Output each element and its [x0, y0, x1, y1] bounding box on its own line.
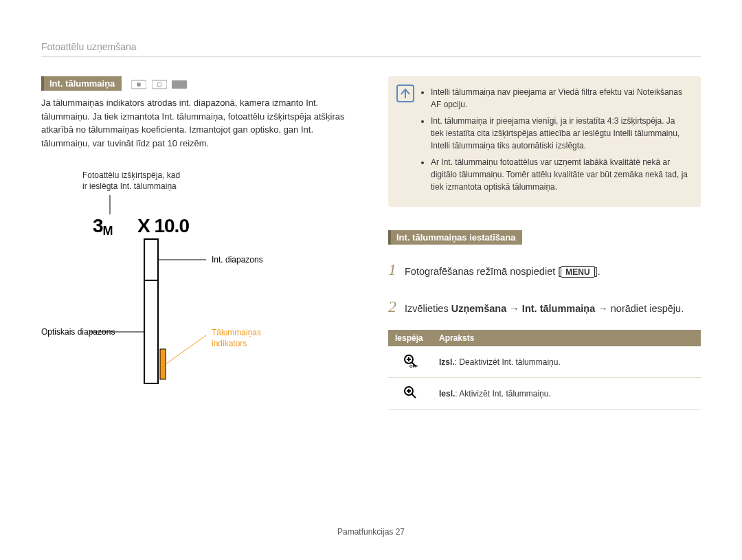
option-on-desc: Iesl.: Aktivizēt Int. tālummaiņu.	[432, 378, 701, 410]
step-number: 2	[388, 294, 405, 319]
table-row: Iesl.: Aktivizēt Int. tālummaiņu.	[388, 378, 701, 410]
step-1-body: Fotografēšanas režīmā nospiediet [MENU].	[405, 265, 600, 280]
svg-line-11	[166, 335, 206, 364]
int-zoom-badge: Int. tālummaiņa	[41, 76, 122, 91]
svg-rect-6	[144, 239, 158, 383]
step-2: 2 Izvēlieties Uzņemšana → Int. tālummaiņ…	[388, 294, 701, 319]
zoom-indicator-label-2: indikators	[212, 339, 247, 348]
zoom-indicator-label-1: Tālummaiņas	[212, 328, 261, 337]
scene-mode-icon	[172, 79, 187, 90]
svg-rect-4	[172, 80, 187, 89]
options-table: Iespēja Apraksts OFF Izsl.: Deaktivizēt …	[388, 330, 701, 410]
zoom-diagram: Fotoattēlu izšķirtspēja, kad ir ieslēgta…	[41, 170, 323, 404]
content-columns: Int. tālummaiņa Ja tālummaiņas indikator…	[41, 76, 701, 410]
page-root: Fotoattēlu uzņemšana Int. tālummaiņa Ja …	[0, 0, 742, 560]
smart-mode-icon	[131, 79, 146, 90]
zoom-diagram-svg: 3M X 10.0 Int. diapazons Optiskais diapa…	[41, 170, 323, 404]
photo-resolution-label: Fotoattēlu izšķirtspēja, kad ir ieslēgta…	[82, 170, 180, 192]
svg-rect-2	[152, 80, 167, 89]
zoom-factor: X 10.0	[137, 215, 189, 236]
option-off-desc: Izsl.: Deaktivizēt Int. tālummaiņu.	[432, 346, 701, 378]
breadcrumb: Fotoattēlu uzņemšana	[41, 41, 701, 57]
note-icon	[396, 85, 414, 102]
zoom-off-icon: OFF	[388, 346, 432, 378]
svg-text:OFF: OFF	[409, 364, 418, 368]
zoom-on-icon	[388, 378, 432, 410]
resolution-indicator: 3M	[93, 215, 113, 238]
mode-icons-group	[128, 78, 187, 89]
menu-button-icon: MENU	[561, 266, 594, 278]
svg-point-1	[137, 82, 141, 87]
page-footer: Pamatfunkcijas 27	[0, 527, 742, 537]
left-column: Int. tālummaiņa Ja tālummaiņas indikator…	[41, 76, 354, 410]
note-item: Intelli tālummaiņa nav pieejama ar Viedā…	[431, 86, 688, 111]
svg-line-19	[412, 394, 416, 398]
step-number: 1	[388, 257, 405, 282]
right-column: Intelli tālummaiņa nav pieejama ar Viedā…	[388, 76, 701, 410]
settings-badge: Int. tālummaiņas iestatīšana	[388, 230, 522, 245]
options-header-desc: Apraksts	[432, 330, 701, 346]
optical-range-label: Optiskais diapazons	[41, 327, 115, 337]
program-mode-icon	[152, 79, 167, 90]
options-header-option: Iespēja	[388, 330, 432, 346]
svg-rect-8	[160, 349, 166, 379]
step-2-body: Izvēlieties Uzņemšana → Int. tālummaiņa …	[405, 302, 684, 317]
int-range-label: Int. diapazons	[212, 255, 263, 265]
step-1: 1 Fotografēšanas režīmā nospiediet [MENU…	[388, 257, 701, 282]
table-row: OFF Izsl.: Deaktivizēt Int. tālummaiņu.	[388, 346, 701, 378]
note-item: Int. tālummaiņa ir pieejama vienīgi, ja …	[431, 115, 688, 152]
svg-point-3	[157, 82, 161, 87]
section-header-int-zoom: Int. tālummaiņa	[41, 76, 354, 91]
note-box: Intelli tālummaiņa nav pieejama ar Viedā…	[388, 76, 701, 207]
settings-section: Int. tālummaiņas iestatīšana	[388, 230, 701, 245]
int-zoom-description: Ja tālummaiņas indikators atrodas int. d…	[41, 96, 354, 150]
note-item: Ar Int. tālummaiņu fotoattēlus var uzņem…	[431, 156, 688, 193]
